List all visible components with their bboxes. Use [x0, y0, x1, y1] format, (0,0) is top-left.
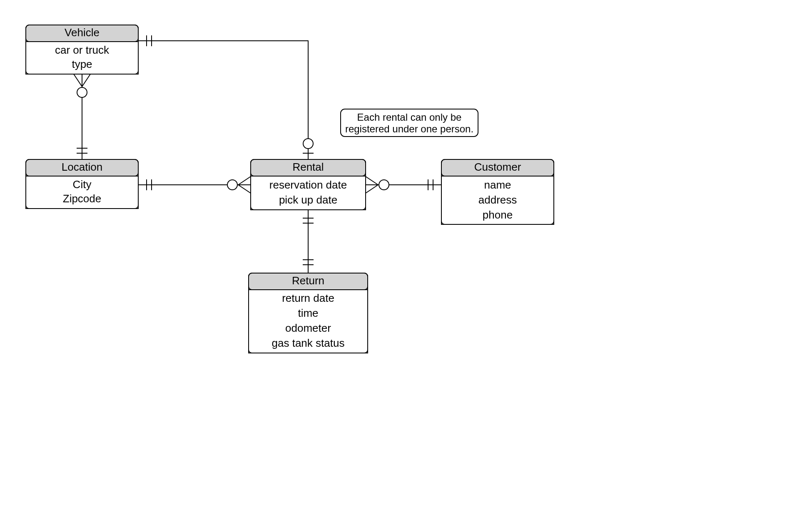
entity-vehicle: Vehicle car or truck type — [26, 25, 138, 74]
entity-return-attr-2: odometer — [285, 322, 331, 334]
entity-return-attr-1: time — [298, 307, 318, 319]
entity-location-attr-1: Zipcode — [63, 192, 102, 205]
entity-return: Return return date time odometer gas tan… — [249, 273, 368, 353]
entity-return-attr-0: return date — [282, 292, 334, 304]
svg-line-15 — [366, 185, 378, 193]
note-line-2: registered under one person. — [345, 123, 473, 134]
note-line-1: Each rental can only be — [357, 112, 462, 123]
note-rental-constraint: Each rental can only be registered under… — [341, 109, 478, 137]
entity-customer-title: Customer — [474, 161, 521, 173]
entity-rental-title: Rental — [292, 161, 324, 173]
svg-point-16 — [379, 180, 389, 190]
rel-vehicle-rental — [138, 41, 308, 159]
entity-rental-attr-1: pick up date — [279, 194, 337, 206]
svg-line-11 — [238, 176, 251, 185]
entity-return-title: Return — [292, 274, 324, 287]
entity-return-attr-3: gas tank status — [272, 337, 345, 349]
svg-line-12 — [238, 185, 251, 193]
svg-line-14 — [366, 176, 378, 185]
entity-vehicle-attr-0: car or truck — [55, 44, 110, 56]
entity-location: Location City Zipcode — [26, 159, 138, 209]
svg-point-7 — [303, 139, 313, 149]
entity-location-attr-0: City — [73, 178, 92, 191]
entity-rental-attr-0: reservation date — [269, 179, 347, 191]
svg-point-2 — [77, 87, 87, 97]
entity-vehicle-title: Vehicle — [65, 26, 100, 39]
entity-customer-attr-1: address — [478, 194, 517, 206]
entity-customer-attr-0: name — [484, 179, 511, 191]
svg-line-1 — [82, 74, 90, 87]
svg-point-13 — [227, 180, 237, 190]
entity-customer: Customer name address phone — [441, 159, 554, 224]
entity-rental: Rental reservation date pick up date — [251, 159, 366, 210]
svg-line-0 — [74, 74, 82, 87]
er-diagram: Vehicle car or truck type Location City … — [0, 0, 812, 527]
entity-customer-attr-2: phone — [483, 209, 513, 221]
entity-vehicle-attr-1: type — [72, 58, 92, 70]
entity-location-title: Location — [62, 161, 102, 173]
